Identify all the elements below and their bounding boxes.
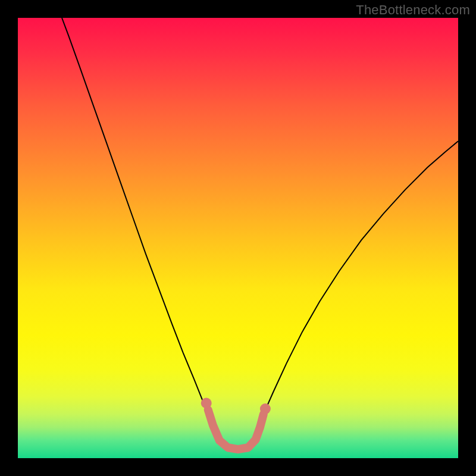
- chart-svg: [18, 18, 458, 458]
- valley-dot-left: [201, 398, 212, 409]
- watermark-label: TheBottleneck.com: [356, 2, 470, 18]
- gradient-background: [18, 18, 458, 458]
- chart-frame: TheBottleneck.com: [0, 0, 476, 476]
- valley-dot-right: [260, 403, 271, 414]
- plot-area: [18, 18, 458, 458]
